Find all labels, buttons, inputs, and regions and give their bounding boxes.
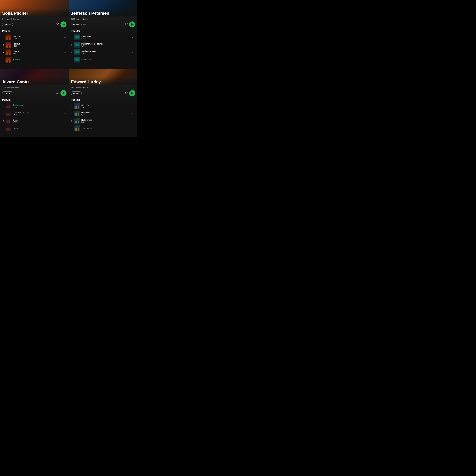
track-more-button[interactable]: ··· — [63, 119, 67, 123]
track-name: Stage — [13, 119, 62, 121]
track-plays: 5,570 — [81, 52, 130, 54]
track-art — [5, 125, 11, 131]
track-number: 2 — [2, 112, 4, 115]
track-info: Hunter — [13, 58, 67, 61]
track-row-partial[interactable]: Hunter — [2, 56, 67, 63]
popular-label-jefferson: Popular — [71, 30, 135, 33]
track-more-button[interactable]: ··· — [132, 36, 135, 39]
controls-row-sofia: Follow ··· — [2, 21, 67, 28]
more-button-edward[interactable]: ··· — [83, 92, 86, 94]
popular-label-edward: Popular — [71, 98, 135, 101]
track-number: 3 — [2, 120, 4, 122]
track-row[interactable]: 1 Arctic Glow 8,337 ··· — [71, 34, 135, 41]
track-name: Neolithic — [13, 43, 62, 45]
artist-panel-edward: Edward Hurley 1,820 monthly listeners Fo… — [69, 69, 137, 137]
more-button-jefferson[interactable]: ··· — [83, 23, 86, 26]
follow-button-sofia[interactable]: Follow — [2, 23, 13, 26]
play-icon-sofia — [63, 23, 65, 26]
track-row-partial[interactable]: Vibrant Vista — [71, 56, 135, 63]
track-number: 1 — [71, 105, 73, 107]
play-button-jefferson[interactable] — [129, 21, 135, 28]
track-name: Nothingness — [81, 119, 130, 121]
track-row[interactable]: 3 Nothingness 5,501 ··· — [71, 117, 135, 125]
track-name: Mammoth — [13, 35, 62, 37]
track-more-button[interactable]: ··· — [132, 112, 135, 115]
track-name: Arctic Glow — [81, 35, 130, 37]
artist-name-edward: Edward Hurley — [71, 80, 101, 84]
listeners-row: 2,992 monthly listeners — [71, 18, 135, 20]
artist-header-alvaro: Alvaro Cantu — [0, 69, 69, 85]
track-row-partial[interactable]: Troub... — [2, 125, 67, 132]
track-row[interactable]: 1 Ghost Notes 7,311 ··· — [71, 102, 135, 110]
track-row-partial[interactable]: Zero Gravity — [71, 125, 135, 132]
listeners-count-jefferson: 2,992 monthly listeners — [71, 18, 88, 20]
track-row[interactable]: 2 Neolithic 6,116 ··· — [2, 41, 67, 49]
more-button-sofia[interactable]: ··· — [15, 23, 17, 26]
track-plays: 7,469 — [13, 38, 62, 40]
follow-button-jefferson[interactable]: Follow — [71, 23, 82, 26]
track-more-button[interactable]: ··· — [63, 51, 67, 54]
track-row[interactable]: 2 Theatrical Thunder 6,196 ··· — [2, 110, 67, 117]
track-more-button[interactable]: ··· — [63, 104, 67, 108]
track-more-button[interactable]: ··· — [132, 51, 135, 54]
track-plays: 6,196 — [13, 114, 62, 116]
panel-content-sofia: 3,100 monthly listeners Follow ··· Popul… — [0, 17, 69, 69]
listeners-row: 3,100 monthly listeners — [2, 18, 67, 20]
playing-bars-icon — [13, 59, 14, 60]
artist-header-edward: Edward Hurley — [69, 69, 137, 85]
track-row[interactable]: 2 Nonexistent 5,735 ··· — [71, 110, 135, 117]
listeners-count-edward: 1,820 monthly listeners — [71, 87, 88, 89]
track-name-playing: Showtime — [13, 104, 62, 106]
track-name: Phosphorescent Pathway — [81, 43, 130, 45]
track-more-button[interactable]: ··· — [63, 36, 67, 39]
panel-content-jefferson: 2,992 monthly listeners Follow ··· Popul… — [69, 17, 137, 69]
track-more-button[interactable]: ··· — [132, 43, 135, 47]
follow-button-alvaro[interactable]: Follow — [2, 91, 13, 95]
shuffle-icon-sofia[interactable] — [56, 23, 59, 26]
track-art — [74, 49, 80, 55]
artist-panel-jefferson: Jefferson Petersen 2,992 monthly listene… — [69, 0, 137, 69]
controls-row-alvaro: Follow ··· — [2, 90, 67, 96]
track-more-button[interactable]: ··· — [132, 119, 135, 123]
track-more-button[interactable]: ··· — [132, 104, 135, 108]
track-art — [5, 57, 11, 63]
track-art — [5, 34, 11, 40]
track-art — [74, 42, 80, 48]
track-more-button[interactable]: ··· — [63, 112, 67, 115]
track-number: 3 — [71, 120, 73, 122]
track-row[interactable]: 3 Grindstone 5,737 ··· — [2, 49, 67, 56]
listeners-row: 2,310 monthly listeners — [2, 87, 67, 89]
track-number: 3 — [2, 51, 4, 53]
track-info: Vibrant Vista — [81, 59, 135, 61]
track-plays: 6,002 — [81, 45, 130, 47]
shuffle-icon-alvaro[interactable] — [56, 92, 59, 95]
track-art — [74, 111, 80, 116]
track-row[interactable]: 3 Stage 5,807 ··· — [2, 117, 67, 125]
shuffle-icon-edward[interactable] — [124, 92, 128, 95]
artist-name-alvaro: Alvaro Cantu — [2, 80, 29, 84]
track-row[interactable]: 1 Mammoth 7,469 ··· — [2, 34, 67, 41]
track-more-button[interactable]: ··· — [63, 43, 67, 47]
track-art — [74, 103, 80, 109]
shuffle-icon-jefferson[interactable] — [124, 23, 128, 26]
playing-bars-icon — [13, 104, 14, 106]
track-list-jefferson: 1 Arctic Glow 8,337 ··· 2 Phosphorescent… — [71, 34, 135, 63]
controls-row-edward: Follow ··· — [71, 90, 135, 96]
track-row[interactable]: 1 Showtime 7,656 — [2, 102, 67, 110]
track-plays: 7,311 — [81, 106, 130, 108]
play-button-edward[interactable] — [129, 90, 135, 96]
track-info: Ghost Notes 7,311 — [81, 104, 130, 108]
more-button-alvaro[interactable]: ··· — [15, 92, 17, 94]
play-button-sofia[interactable] — [60, 21, 67, 28]
play-button-alvaro[interactable] — [60, 90, 67, 96]
track-row[interactable]: 2 Phosphorescent Pathway 6,002 ··· — [71, 41, 135, 49]
track-info: Mammoth 7,469 — [13, 35, 62, 40]
track-art — [5, 118, 11, 124]
track-name: Theatrical Thunder — [13, 111, 62, 114]
track-info: Grindstone 5,737 — [13, 50, 62, 54]
track-plays: 7,656 — [13, 106, 62, 108]
follow-button-edward[interactable]: Follow — [71, 91, 82, 95]
track-plays: 5,735 — [81, 114, 130, 116]
track-number: 3 — [71, 51, 73, 53]
track-row[interactable]: 3 Shining Shimmer 5,570 ··· — [71, 49, 135, 56]
